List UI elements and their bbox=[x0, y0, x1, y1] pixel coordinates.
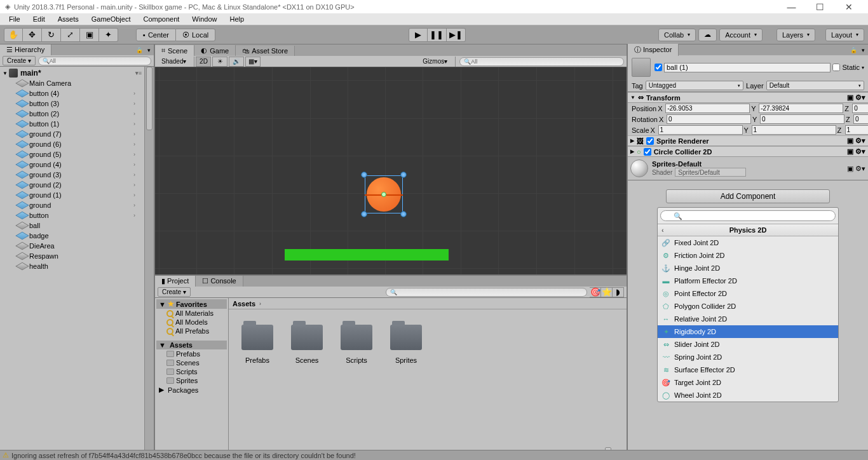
circle-collider-enable[interactable] bbox=[644, 148, 651, 156]
component-item[interactable]: ≋Surface Effector 2D bbox=[658, 363, 838, 376]
project-create[interactable]: Create ▾ bbox=[158, 287, 191, 297]
project-hidden-icon[interactable]: ◗ bbox=[613, 287, 624, 297]
collab-button[interactable]: Collab bbox=[658, 29, 696, 41]
scale-tool[interactable]: ⤢ bbox=[61, 28, 80, 42]
play-button[interactable]: ▶ bbox=[409, 28, 428, 42]
hier-item[interactable]: button› bbox=[0, 210, 144, 220]
tab-asset-store[interactable]: 🛍Asset Store bbox=[236, 46, 295, 56]
close-button[interactable]: ✕ bbox=[834, 0, 863, 13]
hier-item[interactable]: Respawn bbox=[0, 251, 144, 261]
hier-item[interactable]: ground (7)› bbox=[0, 129, 144, 139]
component-item[interactable]: ⚙Friction Joint 2D bbox=[658, 249, 838, 262]
layer-dropdown[interactable]: Default bbox=[766, 81, 864, 90]
hand-tool[interactable]: ✋ bbox=[4, 28, 23, 42]
hierarchy-search[interactable]: 🔍 All bbox=[38, 57, 151, 65]
transform-help-icon[interactable]: ▣ ⚙▾ bbox=[847, 93, 865, 102]
handle-tr[interactable] bbox=[400, 172, 407, 178]
pivot-local[interactable]: ⦿Local bbox=[176, 29, 215, 41]
folder-prefabs-item[interactable]: Prefabs bbox=[241, 325, 273, 364]
folder-scripts[interactable]: Scripts bbox=[156, 367, 227, 376]
fav-prefabs[interactable]: All Prefabs bbox=[156, 327, 227, 335]
menu-assets[interactable]: Assets bbox=[51, 14, 85, 24]
breadcrumb[interactable]: Assets› bbox=[229, 298, 627, 309]
ground-object[interactable] bbox=[285, 249, 449, 260]
transform-header[interactable]: ▼⇔Transform ▣ ⚙▾ bbox=[628, 92, 868, 103]
pos-z[interactable] bbox=[852, 104, 868, 113]
rect-tool[interactable]: ▣ bbox=[80, 28, 99, 42]
menu-gameobject[interactable]: GameObject bbox=[85, 14, 137, 24]
component-item[interactable]: 〰Spring Joint 2D bbox=[658, 351, 838, 363]
layers-button[interactable]: Layers bbox=[776, 29, 815, 41]
sprite-renderer-enable[interactable] bbox=[646, 137, 654, 145]
maximize-button[interactable]: ☐ bbox=[806, 0, 834, 13]
material-preview-icon[interactable] bbox=[630, 159, 648, 177]
component-item[interactable]: 🎯Target Joint 2D bbox=[658, 376, 838, 389]
inspector-menu-icon[interactable]: ▾ bbox=[858, 47, 868, 53]
hier-item[interactable]: ground (1)› bbox=[0, 190, 144, 200]
2d-toggle[interactable]: 2D bbox=[196, 57, 211, 67]
gameobject-icon[interactable] bbox=[632, 58, 651, 77]
tab-scene[interactable]: ⌗Scene bbox=[155, 45, 194, 56]
lighting-toggle[interactable]: ☀ bbox=[212, 57, 227, 67]
selected-ball[interactable] bbox=[365, 175, 403, 213]
fav-materials[interactable]: All Materials bbox=[156, 309, 227, 318]
fx-toggle[interactable]: ▦▾ bbox=[245, 57, 261, 67]
panel-lock-icon[interactable]: 🔒 bbox=[135, 47, 144, 53]
scene-view[interactable] bbox=[155, 67, 627, 274]
component-item[interactable]: ↔Relative Joint 2D bbox=[658, 313, 838, 325]
hier-item[interactable]: ball bbox=[0, 220, 144, 231]
shader-dropdown[interactable]: Sprites/Default bbox=[675, 168, 746, 177]
rotate-tool[interactable]: ↻ bbox=[42, 28, 61, 42]
hier-item[interactable]: ground (5)› bbox=[0, 149, 144, 159]
hierarchy-tab[interactable]: ☰ Hierarchy bbox=[0, 44, 51, 55]
hier-item[interactable]: Main Camera bbox=[0, 78, 144, 88]
rot-x[interactable] bbox=[667, 114, 751, 124]
folder-scenes[interactable]: Scenes bbox=[156, 358, 227, 367]
hier-item[interactable]: button (2)› bbox=[0, 109, 144, 119]
audio-toggle[interactable]: 🔊 bbox=[229, 57, 244, 67]
panel-menu-icon[interactable]: ▾ bbox=[144, 47, 154, 53]
component-search[interactable] bbox=[660, 210, 836, 221]
component-item[interactable]: ⬠Polygon Collider 2D bbox=[658, 300, 838, 313]
scene-menu-icon[interactable]: ▾≡ bbox=[135, 70, 142, 76]
comp-gear-icon[interactable]: ▣ ⚙▾ bbox=[847, 137, 865, 145]
hier-item[interactable]: button (4)› bbox=[0, 88, 144, 98]
tab-game[interactable]: ◐Game bbox=[194, 45, 236, 56]
hier-item[interactable]: ground (4)› bbox=[0, 159, 144, 170]
hier-item[interactable]: ground (3)› bbox=[0, 170, 144, 180]
cloud-button[interactable]: ☁ bbox=[698, 29, 717, 41]
scl-x[interactable] bbox=[658, 125, 743, 135]
sprite-renderer-header[interactable]: ▶🖼Sprite Renderer ▣ ⚙▾ bbox=[628, 135, 868, 146]
favorites-header[interactable]: ▼★Favorites bbox=[156, 299, 227, 309]
scl-y[interactable] bbox=[752, 125, 836, 135]
pivot-center[interactable]: ▪Center bbox=[136, 29, 176, 41]
fav-models[interactable]: All Models bbox=[156, 318, 227, 327]
handle-bl[interactable] bbox=[361, 211, 367, 217]
component-item[interactable]: ◯Wheel Joint 2D bbox=[658, 389, 838, 402]
component-item[interactable]: ⚓Hinge Joint 2D bbox=[658, 262, 838, 274]
folder-sprites[interactable]: Sprites bbox=[156, 376, 227, 385]
rot-z[interactable] bbox=[853, 114, 868, 124]
handle-tl[interactable] bbox=[361, 172, 367, 178]
folder-sprites-item[interactable]: Sprites bbox=[390, 325, 422, 364]
shaded-dropdown[interactable]: Shaded ▾ bbox=[158, 57, 194, 67]
project-filter-icon[interactable]: 🎯 bbox=[590, 287, 601, 297]
add-component-button[interactable]: Add Component bbox=[666, 189, 830, 203]
inspector-lock-icon[interactable]: 🔒 bbox=[849, 47, 858, 53]
scl-z[interactable] bbox=[845, 125, 868, 135]
scene-root[interactable]: ▼ main* ▾≡ bbox=[0, 68, 144, 78]
pause-button[interactable]: ❚❚ bbox=[428, 28, 447, 42]
component-item[interactable]: ◎Point Effector 2D bbox=[658, 287, 838, 300]
menu-file[interactable]: File bbox=[3, 14, 27, 24]
hierarchy-scrollbar[interactable] bbox=[144, 67, 154, 460]
menu-component[interactable]: Component bbox=[137, 14, 186, 24]
folder-prefabs[interactable]: Prefabs bbox=[156, 349, 227, 358]
component-item[interactable]: ✦Rigidbody 2D bbox=[658, 325, 838, 338]
pos-x[interactable] bbox=[665, 104, 750, 113]
menu-window[interactable]: Window bbox=[186, 14, 223, 24]
pos-y[interactable] bbox=[759, 104, 843, 113]
folder-scripts-item[interactable]: Scripts bbox=[341, 325, 372, 364]
project-tab[interactable]: ▮ Project bbox=[155, 276, 196, 287]
combined-tool[interactable]: ✦ bbox=[99, 28, 118, 42]
move-tool[interactable]: ✥ bbox=[23, 28, 42, 42]
